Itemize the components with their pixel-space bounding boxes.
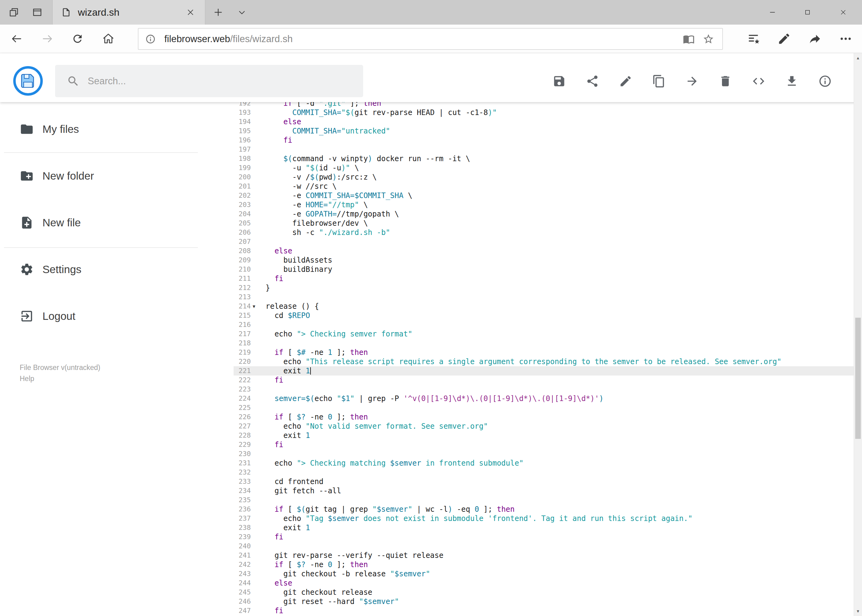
- address-bar[interactable]: filebrowser.web/files/wizard.sh: [138, 28, 723, 50]
- search-bar[interactable]: [55, 65, 363, 97]
- code-line[interactable]: 203 -e HOME="//tmp" \: [233, 200, 854, 209]
- browser-tab[interactable]: wizard.sh: [52, 0, 205, 25]
- code-line[interactable]: 198 $(command -v winpty) docker run --rm…: [233, 154, 854, 163]
- code-line[interactable]: 210 buildBinary: [233, 265, 854, 274]
- code-line[interactable]: 231 echo "> Checking matching $semver in…: [233, 459, 854, 468]
- code-editor[interactable]: 192 if [ -d ".git" ]; then193 COMMIT_SHA…: [233, 102, 854, 616]
- hub-favorites-icon[interactable]: [747, 32, 760, 46]
- code-line[interactable]: 204 -e GOPATH=//tmp/gopath \: [233, 209, 854, 218]
- code-line[interactable]: 197: [233, 145, 854, 154]
- code-line[interactable]: 225: [233, 403, 854, 412]
- move-icon[interactable]: [686, 74, 699, 88]
- code-line[interactable]: 223: [233, 385, 854, 394]
- share-icon[interactable]: [808, 32, 822, 46]
- code-line[interactable]: 206 sh -c "./wizard.sh -b": [233, 228, 854, 237]
- new-tab-icon[interactable]: [213, 7, 224, 18]
- code-line[interactable]: 238 exit 1: [233, 523, 854, 532]
- code-line[interactable]: 226 if [ $? -ne 0 ]; then: [233, 412, 854, 422]
- download-icon[interactable]: [785, 74, 799, 88]
- code-line[interactable]: 228 exit 1: [233, 431, 854, 440]
- code-line[interactable]: 230: [233, 449, 854, 459]
- refresh-button[interactable]: [71, 33, 84, 45]
- info-icon[interactable]: [818, 74, 832, 88]
- code-line[interactable]: 217 echo "> Checking semver format": [233, 329, 854, 339]
- code-line[interactable]: 202 -e COMMIT_SHA=$COMMIT_SHA \: [233, 191, 854, 200]
- code-line[interactable]: 239 fi: [233, 532, 854, 542]
- code-line[interactable]: 236 if [ $(git tag | grep "$semver" | wc…: [233, 504, 854, 514]
- minimize-button[interactable]: [769, 9, 776, 16]
- code-line[interactable]: 214▾release () {: [233, 302, 854, 311]
- sidebar-item-my-files[interactable]: My files: [0, 106, 199, 152]
- maximize-button[interactable]: [804, 9, 811, 16]
- fold-marker-icon[interactable]: ▾: [253, 302, 255, 311]
- code-line[interactable]: 195 COMMIT_SHA="untracked": [233, 126, 854, 136]
- copy-icon[interactable]: [652, 74, 666, 88]
- scrollbar-up-icon[interactable]: ▲: [854, 56, 862, 60]
- code-line[interactable]: 219 if [ $# -ne 1 ]; then: [233, 348, 854, 357]
- code-line[interactable]: 209 buildAssets: [233, 256, 854, 265]
- code-line[interactable]: 193 COMMIT_SHA="$(git rev-parse HEAD | c…: [233, 108, 854, 117]
- code-line[interactable]: 215 cd $REPO: [233, 311, 854, 320]
- more-menu-icon[interactable]: [839, 32, 853, 46]
- code-line[interactable]: 243 git checkout -b release "$semver": [233, 569, 854, 578]
- code-line[interactable]: 192 if [ -d ".git" ]; then: [233, 102, 854, 108]
- code-line[interactable]: 237 echo "Tag $semver does not exist in …: [233, 514, 854, 523]
- code-line[interactable]: 246 git reset --hard "$semver": [233, 597, 854, 606]
- scrollbar-thumb[interactable]: [855, 318, 861, 438]
- sidebar-item-settings[interactable]: Settings: [0, 246, 199, 293]
- code-line[interactable]: 222 fi: [233, 376, 854, 385]
- tab-preview-chevron-icon[interactable]: [237, 8, 247, 17]
- code-line[interactable]: 196 fi: [233, 136, 854, 145]
- tab-close-icon[interactable]: [186, 8, 195, 17]
- code-line[interactable]: 212}: [233, 283, 854, 292]
- close-button[interactable]: [840, 9, 846, 16]
- sidebar-item-new-folder[interactable]: New folder: [0, 152, 199, 199]
- set-tabs-aside-icon[interactable]: [8, 7, 19, 18]
- favorite-star-icon[interactable]: [703, 33, 714, 45]
- sidebar-item-new-file[interactable]: New file: [0, 199, 199, 246]
- code-line[interactable]: 200 -v /$(pwd):/src:z \: [233, 173, 854, 182]
- code-line[interactable]: 224 semver=$(echo "$1" | grep -P '^v(0|[…: [233, 394, 854, 403]
- site-info-icon[interactable]: [145, 34, 156, 44]
- sidebar-item-logout[interactable]: Logout: [0, 293, 199, 339]
- code-line[interactable]: 241 git rev-parse --verify --quiet relea…: [233, 551, 854, 560]
- code-line[interactable]: 245 git checkout release: [233, 588, 854, 597]
- code-line[interactable]: 201 -w //src \: [233, 182, 854, 191]
- raw-code-icon[interactable]: [752, 74, 765, 88]
- tabs-preview-icon[interactable]: [32, 7, 43, 18]
- web-note-icon[interactable]: [777, 32, 791, 46]
- code-line[interactable]: 233 cd frontend: [233, 477, 854, 486]
- code-line[interactable]: 242 if [ $? -ne 0 ]; then: [233, 560, 854, 569]
- code-line[interactable]: 211 fi: [233, 274, 854, 283]
- code-line[interactable]: 213: [233, 292, 854, 302]
- home-button[interactable]: [102, 33, 115, 45]
- code-line[interactable]: 194 else: [233, 117, 854, 126]
- code-line[interactable]: 208 else: [233, 246, 854, 256]
- scrollbar-down-icon[interactable]: ▼: [854, 609, 862, 614]
- reading-view-icon[interactable]: [683, 33, 695, 45]
- back-button[interactable]: [11, 33, 23, 45]
- rename-icon[interactable]: [619, 74, 632, 88]
- code-line[interactable]: 235: [233, 495, 854, 504]
- code-line[interactable]: 221 exit 1: [233, 366, 854, 376]
- code-line[interactable]: 227 echo "Not valid semver format. See s…: [233, 422, 854, 431]
- code-line[interactable]: 218: [233, 339, 854, 348]
- delete-icon[interactable]: [719, 74, 732, 88]
- save-icon[interactable]: [552, 74, 566, 88]
- code-line[interactable]: 199 -u "$(id -u)" \: [233, 163, 854, 173]
- help-link[interactable]: Help: [20, 373, 100, 384]
- code-line[interactable]: 216: [233, 320, 854, 329]
- page-scrollbar[interactable]: ▲ ▼: [854, 53, 862, 616]
- code-line[interactable]: 244 else: [233, 578, 854, 588]
- code-line[interactable]: 234 git fetch --all: [233, 486, 854, 495]
- code-line[interactable]: 205 filebrowser/dev \: [233, 218, 854, 228]
- code-line[interactable]: 240: [233, 542, 854, 551]
- search-input[interactable]: [88, 75, 357, 87]
- code-line[interactable]: 247 fi: [233, 606, 854, 615]
- code-line[interactable]: 229 fi: [233, 440, 854, 449]
- filebrowser-logo[interactable]: [13, 66, 43, 96]
- code-line[interactable]: 220 echo "This release script requires a…: [233, 357, 854, 366]
- code-line[interactable]: 232: [233, 468, 854, 477]
- share-file-icon[interactable]: [586, 74, 599, 88]
- forward-button[interactable]: [41, 33, 54, 45]
